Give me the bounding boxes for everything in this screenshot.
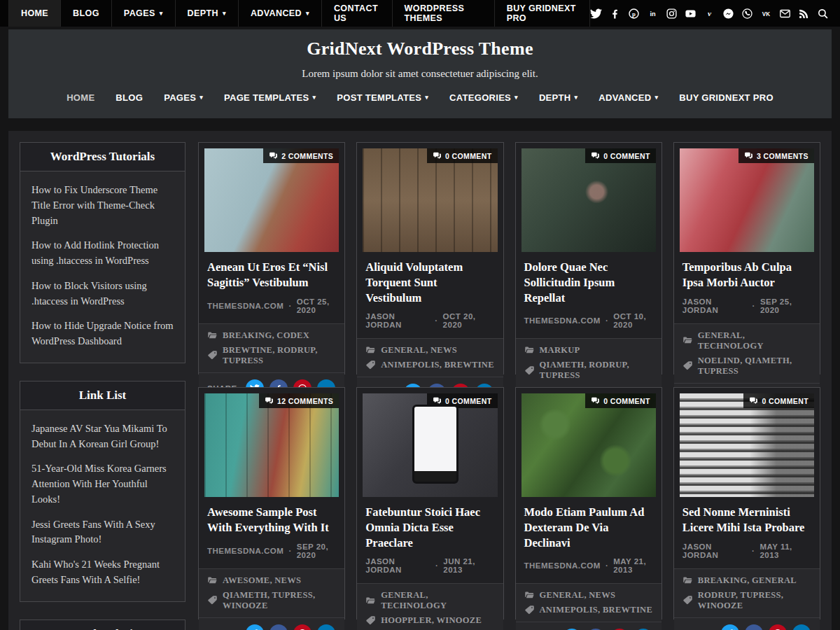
post-tags[interactable]: NOELIND, QIAMETH, TUPRESS (698, 356, 811, 377)
post-thumbnail[interactable]: 0 COMMENT (363, 393, 497, 497)
post-title[interactable]: Sed Nonne Merninisti Licere Mihi Ista Pr… (674, 497, 820, 536)
widget-link[interactable]: Jessi Greets Fans With A Sexy Instagram … (31, 517, 174, 548)
tn-item-contact-us[interactable]: CONTACT US (322, 0, 393, 27)
tn-item-home[interactable]: HOME (8, 0, 61, 27)
post-tags[interactable]: QIAMETH, TUPRESS, WINOOZE (223, 590, 336, 611)
tn-item-advanced[interactable]: ADVANCED▾ (239, 0, 322, 27)
post-title[interactable]: Dolore Quae Nec Sollicitudin Ipsum Repel… (516, 252, 662, 305)
pinterest-share-button[interactable]: p (293, 624, 312, 630)
post-thumbnail[interactable]: 0 COMMENT (522, 393, 656, 497)
widget-link[interactable]: 51-Year-Old Miss Korea Garners Attention… (31, 461, 174, 507)
email-button[interactable] (779, 8, 791, 20)
widget-title: Link List (20, 382, 185, 410)
twitter-share-button[interactable] (246, 624, 264, 630)
post-categories[interactable]: GENERAL, TECHNOLOGY (381, 590, 494, 611)
post-author[interactable]: JASON JORDAN (682, 298, 748, 314)
twitter-button[interactable] (590, 8, 602, 20)
post-thumbnail[interactable]: 0 COMMENT (363, 148, 497, 252)
post-terms: BREAKING, GENERAL RODRUP, TUPRESS, WINOO… (674, 568, 820, 617)
widget-link[interactable]: Kahi Who's 21 Weeks Pregnant Greets Fans… (31, 557, 174, 588)
facebook-share-button[interactable] (270, 624, 288, 630)
hd-item-advanced[interactable]: ADVANCED▾ (598, 92, 658, 103)
comments-badge[interactable]: 3 COMMENTS (738, 148, 814, 163)
post-title[interactable]: Modo Etiam Paulum Ad Dexteram De Via Dec… (516, 497, 662, 550)
widget-link[interactable]: How to Fix Underscore Theme Title Error … (31, 183, 174, 228)
messenger-button[interactable] (722, 8, 734, 20)
rss-button[interactable] (798, 8, 810, 20)
youtube-button[interactable] (685, 8, 696, 20)
tn-item-blog[interactable]: BLOG (61, 0, 112, 27)
post-categories-row: BREAKING, GENERAL (682, 575, 811, 586)
tn-item-wordpress-themes[interactable]: WORDPRESS THEMES (393, 0, 495, 27)
tn-item-depth[interactable]: DEPTH▾ (176, 0, 239, 27)
comments-badge[interactable]: 0 COMMENT (427, 148, 498, 163)
pinterest-button[interactable]: p (628, 8, 640, 20)
post-tags[interactable]: BREWTINE, RODRUP, TUPRESS (223, 345, 336, 366)
twitter-share-button[interactable] (721, 624, 739, 630)
post-thumbnail[interactable]: 3 COMMENTS (680, 148, 814, 252)
hd-item-buy-gridnext-pro[interactable]: BUY GRIDNEXT PRO (679, 92, 774, 103)
post-author[interactable]: THEMESDNA.COM (524, 316, 601, 325)
hd-item-categories[interactable]: CATEGORIES▾ (449, 92, 518, 103)
instagram-button[interactable] (666, 8, 678, 20)
post-tags[interactable]: ANIMEPOLIS, BREWTINE (540, 605, 653, 615)
comments-badge[interactable]: 12 COMMENTS (259, 393, 339, 408)
widget-link[interactable]: How to Hide Upgrade Notice from WordPres… (31, 318, 174, 349)
comments-badge[interactable]: 0 COMMENT (427, 393, 498, 408)
hd-item-home[interactable]: HOME (66, 92, 94, 103)
whatsapp-button[interactable] (741, 8, 753, 20)
site-title[interactable]: GridNext WordPress Theme (8, 38, 832, 59)
widget-link[interactable]: Japanese AV Star Yua Mikami To Debut In … (31, 421, 174, 452)
hd-item-page-templates[interactable]: PAGE TEMPLATES▾ (224, 92, 316, 103)
post-tags[interactable]: HOOPPLER, WINOOZE (381, 615, 482, 626)
facebook-button[interactable] (609, 8, 621, 20)
linkedin-button[interactable]: in (647, 8, 659, 20)
post-tags[interactable]: RODRUP, TUPRESS, WINOOZE (698, 590, 811, 611)
widget-link[interactable]: How to Add Hotlink Protection using .hta… (31, 238, 174, 269)
post-author[interactable]: THEMESDNA.COM (524, 561, 601, 570)
linkedin-share-button[interactable]: in (792, 624, 811, 630)
vk-button[interactable]: VK (760, 8, 772, 20)
comments-badge[interactable]: 2 COMMENTS (263, 148, 339, 163)
post-title[interactable]: Fatebuntur Stoici Haec Omnia Dicta Esse … (357, 497, 503, 550)
post-categories[interactable]: BREAKING, CODEX (223, 330, 309, 341)
facebook-share-button[interactable] (745, 624, 763, 630)
post-author[interactable]: THEMESDNA.COM (207, 547, 284, 555)
sidebar: WordPress TutorialsHow to Fix Underscore… (20, 142, 186, 619)
post-author[interactable]: JASON JORDAN (365, 312, 430, 329)
post-author[interactable]: JASON JORDAN (682, 542, 747, 559)
post-thumbnail[interactable]: 12 COMMENTS (204, 393, 339, 497)
hd-item-blog[interactable]: BLOG (115, 92, 143, 103)
post-title[interactable]: Awesome Sample Post With Everything With… (199, 497, 344, 536)
post-thumbnail[interactable]: 2 COMMENTS (204, 148, 339, 252)
post-tags[interactable]: ANIMEPOLIS, BREWTINE (381, 360, 494, 370)
post-thumbnail[interactable]: 0 COMMENT (680, 393, 814, 497)
comments-badge[interactable]: 0 COMMENT (585, 148, 656, 163)
pinterest-share-button[interactable]: p (769, 624, 787, 630)
tn-item-pages[interactable]: PAGES▾ (112, 0, 176, 27)
vimeo-button[interactable]: v (704, 8, 715, 20)
linkedin-share-button[interactable]: in (317, 624, 335, 630)
post-title[interactable]: Aliquid Voluptatem Torquent Sunt Vestibu… (357, 252, 503, 305)
post-author[interactable]: THEMESDNA.COM (207, 302, 284, 310)
post-title[interactable]: Temporibus Ab Culpa Ipsa Morbi Auctor (674, 252, 820, 290)
post-thumbnail[interactable]: 0 COMMENT (522, 148, 656, 252)
post-tags[interactable]: QIAMETH, RODRUP, TUPRESS (540, 360, 653, 381)
post-author[interactable]: JASON JORDAN (365, 557, 430, 574)
post-share-bar: SHARE: pin (516, 622, 662, 630)
post-categories[interactable]: BREAKING, GENERAL (698, 575, 797, 586)
hd-item-depth[interactable]: DEPTH▾ (539, 92, 578, 103)
widget-link[interactable]: How to Block Visitors using .htaccess in… (31, 279, 174, 309)
post-categories[interactable]: MARKUP (540, 345, 580, 356)
comments-badge[interactable]: 0 COMMENT (743, 393, 814, 408)
hd-item-post-templates[interactable]: POST TEMPLATES▾ (337, 92, 428, 103)
post-categories[interactable]: GENERAL, NEWS (381, 345, 457, 356)
post-title[interactable]: Aenean Ut Eros Et “Nisl Sagittis” Vestib… (199, 252, 344, 290)
post-categories[interactable]: GENERAL, TECHNOLOGY (698, 330, 811, 351)
post-categories[interactable]: GENERAL, NEWS (540, 590, 616, 601)
tn-item-buy-gridnext-pro[interactable]: BUY GRIDNEXT PRO (495, 0, 590, 27)
search-button[interactable] (817, 8, 829, 20)
comments-badge[interactable]: 0 COMMENT (585, 393, 656, 408)
hd-item-pages[interactable]: PAGES▾ (164, 92, 203, 103)
post-categories[interactable]: AWESOME, NEWS (223, 575, 301, 586)
